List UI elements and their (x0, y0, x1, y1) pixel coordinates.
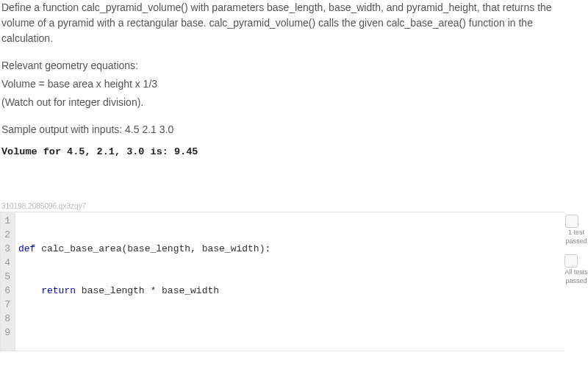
sample-heading: Sample output with inputs: 4.5 2.1 3.0 (1, 122, 587, 137)
function-name: calc_base_area (41, 243, 121, 254)
test-status-item: 1 test passed (565, 215, 587, 245)
editor-container: 1 2 3 4 5 6 7 8 9 def calc_base_area(bas… (0, 212, 588, 351)
code-editor[interactable]: 1 2 3 4 5 6 7 8 9 def calc_base_area(bas… (0, 212, 564, 351)
line-number: 5 (4, 270, 10, 284)
equation-note: (Watch out for integer division). (1, 95, 587, 110)
test-status-panel: 1 test passed All tests passed (564, 212, 588, 285)
line-number-gutter: 1 2 3 4 5 6 7 8 9 (1, 212, 15, 351)
code-area[interactable]: def calc_base_area(base_length, base_wid… (15, 212, 564, 351)
sample-output: Volume for 4.5, 2.1, 3.0 is: 9.45 (1, 140, 587, 159)
line-number: 8 (4, 312, 10, 326)
test-passed-label: passed (565, 238, 587, 245)
all-tests-label: All tests (564, 269, 588, 276)
line-number: 1 (4, 214, 10, 228)
line-number: 7 (4, 298, 10, 312)
line-number: 2 (4, 228, 10, 242)
line-number: 6 (4, 284, 10, 298)
test-status-item: All tests passed (564, 254, 588, 285)
checkbox-icon[interactable] (564, 254, 578, 268)
problem-statement: Define a function calc_pyramid_volume() … (0, 0, 588, 159)
checkbox-icon[interactable] (565, 215, 578, 228)
watermark: 310198.2085096.qx3zqy7 (0, 202, 588, 210)
keyword-return: return (41, 285, 82, 296)
code-text: (base_length, base_width): (121, 243, 270, 254)
line-number: 4 (4, 256, 10, 270)
all-passed-label: passed (564, 278, 588, 285)
problem-description: Define a function calc_pyramid_volume() … (1, 0, 587, 46)
equation-volume: Volume = base area x height x 1/3 (1, 76, 587, 92)
keyword-def: def (18, 243, 41, 254)
line-number: 9 (4, 326, 10, 340)
line-number: 3 (4, 242, 10, 256)
code-text: base_length * base_width (82, 285, 219, 296)
test-count-label: 1 test (565, 229, 587, 237)
relevant-heading: Relevant geometry equations: (1, 58, 587, 74)
